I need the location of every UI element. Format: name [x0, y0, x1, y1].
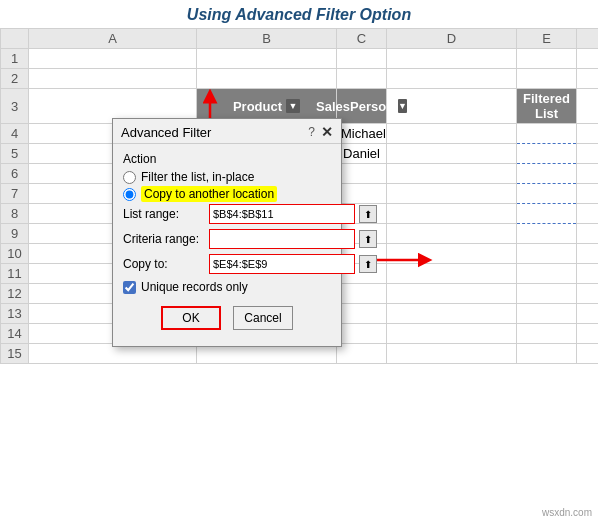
spreadsheet: Using Advanced Filter Option A B C D E F: [0, 0, 598, 522]
list-range-row: List range: ⬆: [123, 204, 331, 224]
cell-d10[interactable]: [387, 244, 517, 264]
dialog-title: Advanced Filter: [121, 125, 211, 140]
unique-records-checkbox[interactable]: [123, 281, 136, 294]
cell-b1[interactable]: [197, 49, 337, 69]
row-num: 3: [1, 89, 29, 124]
cell-e2[interactable]: [517, 69, 577, 89]
cell-e9[interactable]: [517, 224, 577, 244]
row-num: 11: [1, 264, 29, 284]
cell-d5[interactable]: [387, 144, 517, 164]
cell-e6[interactable]: [517, 164, 577, 184]
copy-to-label: Copy to:: [123, 257, 205, 271]
cell-e4[interactable]: [517, 124, 577, 144]
range-select-icon: ⬆: [364, 209, 372, 220]
cell-d4[interactable]: [387, 124, 517, 144]
row-num: 1: [1, 49, 29, 69]
cell-c1[interactable]: [337, 49, 387, 69]
cell-e1[interactable]: [517, 49, 577, 69]
list-range-input[interactable]: [209, 204, 355, 224]
filtered-list-header: Filtered List: [517, 89, 577, 124]
criteria-range-button[interactable]: ⬆: [359, 230, 377, 248]
row-num: 7: [1, 184, 29, 204]
product-dropdown-icon[interactable]: ▼: [286, 99, 300, 113]
cell-b2[interactable]: [197, 69, 337, 89]
advanced-filter-dialog: Advanced Filter ? ✕ Action Filter the li…: [112, 118, 342, 347]
ok-button[interactable]: OK: [161, 306, 221, 330]
salesperson-label: SalesPerson: [316, 99, 394, 114]
cell-c7[interactable]: [337, 184, 387, 204]
cell-c3-header[interactable]: SalesPerson ▼: [337, 89, 387, 124]
copy-select-icon: ⬆: [364, 259, 372, 270]
cell-f8[interactable]: [577, 204, 599, 224]
cell-d2[interactable]: [387, 69, 517, 89]
row-num: 6: [1, 164, 29, 184]
dialog-body: Action Filter the list, in-place Copy to…: [113, 144, 341, 346]
cancel-button[interactable]: Cancel: [233, 306, 293, 330]
copy-to-input[interactable]: [209, 254, 355, 274]
salesperson-dropdown-icon[interactable]: ▼: [398, 99, 407, 113]
radio-inplace-row: Filter the list, in-place: [123, 170, 331, 184]
cell-c6[interactable]: [337, 164, 387, 184]
list-range-button[interactable]: ⬆: [359, 205, 377, 223]
cell-d6[interactable]: [387, 164, 517, 184]
cell-f11[interactable]: [577, 264, 599, 284]
cell-e8[interactable]: [517, 204, 577, 224]
cell-a2[interactable]: [29, 69, 197, 89]
col-header-a: A: [29, 29, 197, 49]
cell-f10[interactable]: [577, 244, 599, 264]
cell-d9[interactable]: [387, 224, 517, 244]
table-row: 1: [1, 49, 599, 69]
cell-d8[interactable]: [387, 204, 517, 224]
col-header-d: D: [387, 29, 517, 49]
row-num: 10: [1, 244, 29, 264]
cell-c4[interactable]: Michael: [337, 124, 387, 144]
criteria-select-icon: ⬆: [364, 234, 372, 245]
cell-e10[interactable]: [517, 244, 577, 264]
cell-f9[interactable]: [577, 224, 599, 244]
table-row: 2: [1, 69, 599, 89]
cell-d1[interactable]: [387, 49, 517, 69]
cell-f3[interactable]: [577, 89, 599, 124]
col-header-c: C: [337, 29, 387, 49]
cell-e5[interactable]: [517, 144, 577, 164]
cell-c2[interactable]: [337, 69, 387, 89]
col-header-f: F: [577, 29, 599, 49]
col-header-b: B: [197, 29, 337, 49]
cell-f1[interactable]: [577, 49, 599, 69]
watermark: wsxdn.com: [542, 507, 592, 518]
row-num: 2: [1, 69, 29, 89]
dialog-titlebar: Advanced Filter ? ✕: [113, 119, 341, 144]
criteria-range-row: Criteria range: ⬆: [123, 229, 331, 249]
corner-cell: [1, 29, 29, 49]
radio-copy-row: Copy to another location: [123, 187, 331, 201]
row-num: 9: [1, 224, 29, 244]
criteria-range-label: Criteria range:: [123, 232, 205, 246]
dialog-close-button[interactable]: ✕: [321, 124, 333, 140]
copy-to-button[interactable]: ⬆: [359, 255, 377, 273]
cell-f4[interactable]: [577, 124, 599, 144]
cell-d7[interactable]: [387, 184, 517, 204]
cell-d11[interactable]: [387, 264, 517, 284]
cell-f5[interactable]: [577, 144, 599, 164]
dialog-help-button[interactable]: ?: [308, 125, 315, 139]
cell-c5[interactable]: Daniel: [337, 144, 387, 164]
radio-inplace[interactable]: [123, 171, 136, 184]
radio-copy[interactable]: [123, 188, 136, 201]
cell-f7[interactable]: [577, 184, 599, 204]
cell-f6[interactable]: [577, 164, 599, 184]
copy-to-row: Copy to: ⬆: [123, 254, 331, 274]
cell-e7[interactable]: [517, 184, 577, 204]
criteria-range-input[interactable]: [209, 229, 355, 249]
unique-records-label: Unique records only: [141, 280, 248, 294]
page-title: Using Advanced Filter Option: [0, 0, 598, 28]
action-label: Action: [123, 152, 331, 166]
radio-copy-label-text: Copy to another location: [141, 186, 277, 202]
col-header-e: E: [517, 29, 577, 49]
row-num: 5: [1, 144, 29, 164]
radio-inplace-label: Filter the list, in-place: [141, 170, 254, 184]
cell-f2[interactable]: [577, 69, 599, 89]
product-label: Product: [233, 99, 282, 114]
row-num: 4: [1, 124, 29, 144]
cell-a1[interactable]: [29, 49, 197, 69]
cell-e11[interactable]: [517, 264, 577, 284]
